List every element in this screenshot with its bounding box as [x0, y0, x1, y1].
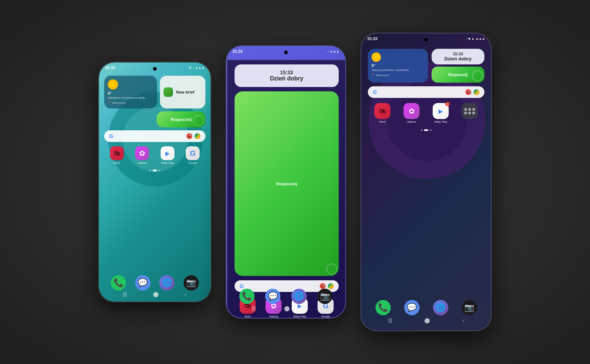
start-widget-label-1: Rozpocznij: [170, 117, 192, 122]
nav-bar-3: ||| ⬤ ‹: [361, 316, 491, 325]
dock-phone-3[interactable]: 📞: [375, 300, 391, 315]
now-brief-widget[interactable]: 🌿 Now brief: [160, 76, 205, 108]
phone-2: 15:33 ↑ ▲▲▲ 15:33 Dzień dobry Rozpocznij…: [226, 46, 346, 318]
nav-home-2[interactable]: ⬤: [280, 304, 294, 313]
swirl-decoration-3: [472, 70, 483, 81]
start-widget-3[interactable]: Rozpocznij: [432, 67, 484, 83]
dock-internet-1[interactable]: 🌐: [159, 275, 174, 290]
greeting-widget-3[interactable]: 15:33 Dzień dobry: [432, 49, 484, 64]
nav-back-1[interactable]: ‹: [181, 290, 190, 298]
status-time-3: 15:33: [367, 36, 377, 41]
dock-camera-3[interactable]: 📷: [462, 300, 477, 315]
nav-home-1[interactable]: ⬤: [149, 290, 162, 298]
play-label-1: Sklep Play: [161, 161, 174, 165]
dock-internet-3[interactable]: 🌐: [433, 300, 448, 315]
store-label-1: Store: [114, 161, 120, 165]
google-icon-1: [186, 146, 200, 160]
nav-back-2[interactable]: ‹: [315, 304, 324, 313]
search-lens-icon-1[interactable]: [194, 133, 200, 139]
dock-phone-1[interactable]: 📞: [111, 275, 126, 290]
google-label-1: Google: [188, 161, 197, 165]
now-brief-icon: 🌿: [164, 87, 173, 97]
galeria-label-3: Galeria: [407, 120, 416, 123]
weather-desc-3: Jakość powietrza: niezdrowa: [371, 68, 424, 72]
bottom-dock-2: 📞 💬 🌐 📷: [227, 289, 345, 304]
nav-recent-1[interactable]: |||: [119, 290, 131, 298]
nav-back-3[interactable]: ‹: [459, 316, 468, 325]
play-label-3: Sklep Play: [434, 120, 447, 123]
dot-3: [158, 170, 160, 171]
app-galeria-3[interactable]: Galeria: [404, 103, 420, 123]
dock-phone-2[interactable]: 📞: [239, 289, 255, 304]
page-dots-1: [104, 169, 205, 172]
app-grid-3: Store Galeria 1 Sklep Play: [368, 102, 484, 125]
camera-hole: [153, 67, 157, 71]
weather-sun-icon: [108, 79, 118, 90]
phone-2-content: 15:33 Dzień dobry Rozpocznij G 🎤 Store: [227, 59, 345, 318]
widget-row-1: 5° Dzisiejsze temperatury będą... 📍 Wars…: [104, 76, 205, 108]
greeting-text-3: Dzień dobry: [436, 56, 480, 62]
dock-messages-1[interactable]: 💬: [135, 275, 150, 290]
app-store-3[interactable]: Store: [374, 103, 390, 123]
status-icons-1: ⊙ ↑ ▲▲▲: [189, 66, 205, 70]
dock-camera-2[interactable]: 📷: [317, 289, 333, 304]
greeting-time-3: 15:33: [436, 52, 480, 56]
nav-recent-3[interactable]: |||: [385, 316, 396, 325]
dock-camera-1[interactable]: 📷: [184, 275, 199, 290]
dock-messages-3[interactable]: 💬: [404, 300, 420, 315]
search-lens-icon-2[interactable]: [328, 283, 334, 289]
store-label-3: Store: [379, 120, 386, 123]
bottom-dock-3: 📞 💬 🌐 📷: [361, 300, 491, 315]
greeting-time-2: 15:33: [242, 70, 331, 75]
apps-grid-icon: [462, 103, 478, 119]
store-label-2: Store: [244, 315, 251, 318]
start-widget-1[interactable]: Rozpocznij: [157, 111, 205, 127]
search-bar-3[interactable]: G 🎤: [368, 86, 484, 98]
app-google-1[interactable]: Google: [186, 146, 200, 165]
nav-recent-2[interactable]: |||: [248, 304, 259, 313]
app-store-1[interactable]: Store: [110, 146, 124, 165]
app-play-1[interactable]: Sklep Play: [161, 146, 174, 165]
weather-sun-icon-3: [371, 52, 381, 62]
play-label-2: Sklep Play: [293, 315, 306, 318]
page-dots-3: [368, 128, 484, 132]
weather-desc-1: Dzisiejsze temperatury będą...: [108, 96, 153, 100]
dot-p3-3: [430, 129, 432, 131]
play-icon-1: [161, 146, 174, 160]
app-grid-3[interactable]: [462, 103, 478, 123]
app-galeria-1[interactable]: Galeria: [135, 146, 149, 165]
widget-row-2: Rozpocznij: [104, 111, 205, 127]
nav-bar-2: ||| ⬤ ‹: [227, 304, 345, 313]
google-label-2: Google: [321, 315, 330, 318]
swirl-decoration: [193, 115, 204, 126]
dot-p3-2-active: [424, 129, 428, 131]
greeting-text-2: Dzień dobry: [242, 75, 331, 82]
weather-location-3: 📍 Warszawa: [371, 74, 424, 77]
dot-1: [149, 170, 151, 171]
status-time-1: 15:33: [105, 66, 115, 70]
start-widget-2[interactable]: Rozpocznij: [235, 91, 339, 276]
phone-3-screen: 15:33 ↑ ■ ▲ ▲▲▲ 5° Jakość powietrza: nie…: [361, 33, 491, 331]
status-icons-3: ↑ ■ ▲ ▲▲▲: [466, 37, 485, 40]
start-widget-label-2: Rozpocznij: [276, 182, 297, 186]
google-g-icon-3: G: [373, 89, 377, 95]
weather-temp-1: 5°: [108, 91, 153, 95]
search-mic-icon-2[interactable]: 🎤: [320, 283, 326, 289]
dock-internet-2[interactable]: 🌐: [291, 289, 307, 304]
weather-widget-1[interactable]: 5° Dzisiejsze temperatury będą... 📍 Wars…: [104, 76, 157, 108]
google-g-icon-2: G: [240, 283, 244, 289]
search-lens-icon-3[interactable]: [473, 89, 479, 95]
galeria-label-1: Galeria: [138, 161, 146, 165]
status-icons-2: ↑ ▲▲▲: [327, 50, 339, 53]
greeting-widget-2[interactable]: 15:33 Dzień dobry: [235, 64, 339, 87]
weather-temp-3: 5°: [371, 63, 424, 68]
nav-home-3[interactable]: ⬤: [421, 316, 434, 325]
bottom-dock-1: 📞 💬 🌐 📷: [99, 275, 211, 290]
status-time-2: 15:33: [232, 49, 243, 54]
search-bar-1[interactable]: G 🎤: [104, 130, 205, 142]
app-play-3[interactable]: 1 Sklep Play: [433, 103, 449, 123]
weather-widget-3[interactable]: 5° Jakość powietrza: niezdrowa 📍 Warszaw…: [368, 49, 428, 83]
search-mic-icon-1[interactable]: 🎤: [186, 133, 192, 139]
search-mic-icon-3[interactable]: 🎤: [465, 89, 471, 95]
dock-messages-2[interactable]: 💬: [265, 289, 280, 304]
